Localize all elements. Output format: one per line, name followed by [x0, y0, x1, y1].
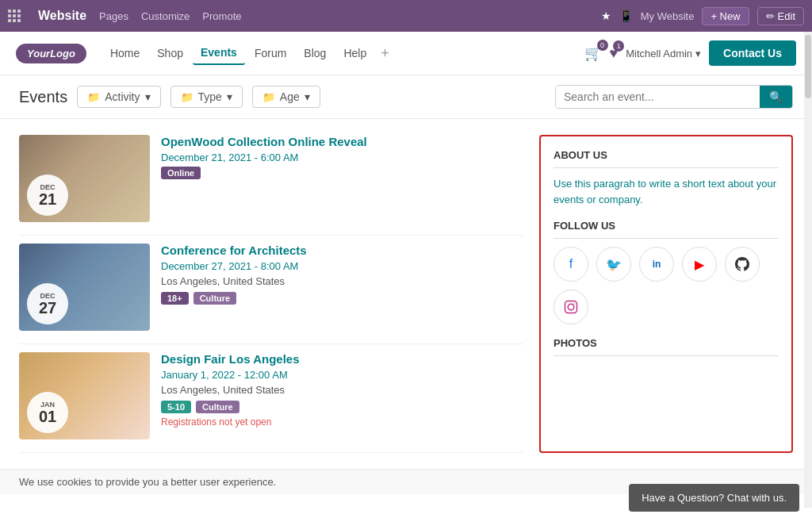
events-header: Events 📁 Activity ▾ 📁 Type ▾ 📁 Age ▾ 🔍: [0, 75, 812, 119]
scrollbar[interactable]: [804, 32, 812, 508]
edit-button[interactable]: ✏ Edit: [757, 7, 804, 25]
event-tags-2: 18+ Culture: [161, 292, 523, 305]
github-icon[interactable]: [725, 247, 760, 282]
svg-point-1: [568, 304, 574, 310]
event-info-1: OpenWood Collection Online Reveal Decemb…: [161, 135, 523, 179]
scroll-thumb[interactable]: [805, 35, 811, 98]
nav-home[interactable]: Home: [102, 42, 147, 64]
nav-help[interactable]: Help: [335, 42, 374, 64]
about-text: Use this paragrah to write a short text …: [553, 176, 779, 207]
event-location-2: Los Angeles, United States: [161, 275, 523, 287]
wish-badge: 1: [613, 40, 624, 52]
event-title-2[interactable]: Conference for Architects: [161, 244, 523, 257]
event-day-2: 27: [39, 300, 56, 316]
cart-icon[interactable]: 🛒 0: [584, 44, 602, 62]
instagram-icon[interactable]: [553, 290, 588, 324]
sidebar-follow: FOLLOW US f 🐦 in ▶: [553, 220, 779, 324]
date-badge-3: JAN 01: [27, 392, 68, 433]
admin-bar: Website Pages Customize Promote ★ 📱 My W…: [0, 0, 812, 32]
search-input[interactable]: [556, 86, 760, 108]
tag-5-10: 5-10: [161, 401, 191, 413]
event-card: DEC 21 OpenWood Collection Online Reveal…: [19, 135, 523, 236]
linkedin-icon[interactable]: in: [639, 247, 674, 282]
nav-shop[interactable]: Shop: [149, 42, 191, 64]
tag-18plus: 18+: [161, 292, 189, 305]
svg-rect-0: [565, 301, 577, 313]
about-title: ABOUT US: [553, 149, 779, 168]
chat-label: Have a Question? Chat with us.: [642, 492, 787, 504]
sidebar-photos: PHOTOS: [553, 337, 779, 356]
search-button[interactable]: 🔍: [760, 86, 792, 108]
admin-bar-left: Website Pages Customize Promote: [8, 9, 242, 23]
main-content: DEC 21 OpenWood Collection Online Reveal…: [0, 119, 812, 469]
event-image-wrapper-1: DEC 21: [19, 135, 150, 222]
photos-title: PHOTOS: [553, 337, 779, 356]
admin-nav-customize[interactable]: Customize: [141, 10, 190, 22]
nav-forum[interactable]: Forum: [247, 42, 294, 64]
filter-activity-label: Activity: [105, 90, 140, 103]
admin-nav-pages[interactable]: Pages: [99, 10, 128, 22]
filter-age-icon: 📁: [262, 91, 275, 103]
chat-widget[interactable]: Have a Question? Chat with us.: [629, 484, 799, 512]
event-date-1: December 21, 2021 - 6:00 AM: [161, 152, 523, 163]
tag-online: Online: [161, 167, 201, 179]
pencil-icon: ✏: [766, 10, 775, 22]
new-button[interactable]: + New: [702, 7, 749, 25]
about-highlight: company.: [599, 194, 642, 205]
registration-status: Registrations not yet open: [161, 416, 523, 428]
site-name: Website: [38, 9, 86, 23]
search-box: 🔍: [555, 85, 793, 109]
chevron-down-icon: ▾: [695, 48, 701, 59]
wishlist-icon[interactable]: ♥ 1: [610, 45, 619, 62]
filter-type[interactable]: 📁 Type ▾: [170, 86, 243, 108]
follow-title: FOLLOW US: [553, 220, 779, 239]
social-icons: f 🐦 in ▶: [553, 247, 779, 324]
event-image-wrapper-3: JAN 01: [19, 352, 150, 439]
event-tags-1: Online: [161, 167, 523, 179]
tag-culture-2: Culture: [193, 292, 237, 305]
chevron-activity-icon: ▾: [145, 90, 151, 103]
event-date-3: January 1, 2022 - 12:00 AM: [161, 369, 523, 381]
admin-nav-promote[interactable]: Promote: [202, 10, 241, 22]
chevron-age-icon: ▾: [304, 90, 310, 103]
my-website-label[interactable]: My Website: [641, 10, 695, 22]
filter-age-label: Age: [280, 90, 300, 103]
events-list: DEC 21 OpenWood Collection Online Reveal…: [19, 135, 523, 453]
event-title-3[interactable]: Design Fair Los Angeles: [161, 352, 523, 366]
grid-icon[interactable]: [8, 10, 21, 22]
event-info-3: Design Fair Los Angeles January 1, 2022 …: [161, 352, 523, 428]
add-nav-icon[interactable]: +: [376, 45, 394, 62]
event-date-2: December 27, 2021 - 8:00 AM: [161, 260, 523, 272]
page-title: Events: [19, 88, 67, 106]
filter-activity[interactable]: 📁 Activity ▾: [77, 86, 160, 108]
nav-links: Home Shop Events Forum Blog Help +: [102, 41, 584, 65]
twitter-icon[interactable]: 🐦: [596, 247, 631, 282]
nav-blog[interactable]: Blog: [296, 42, 334, 64]
filter-type-icon: 📁: [181, 91, 193, 103]
contact-button[interactable]: Contact Us: [709, 40, 796, 66]
user-menu[interactable]: Mitchell Admin ▾: [626, 48, 701, 59]
event-location-3: Los Angeles, United States: [161, 384, 523, 396]
cookie-text: We use cookies to provide you a better u…: [19, 476, 276, 488]
website-nav: YourLogo Home Shop Events Forum Blog Hel…: [0, 32, 812, 75]
svg-point-2: [573, 303, 575, 305]
sidebar-about: ABOUT US Use this paragrah to write a sh…: [553, 149, 779, 207]
username-label: Mitchell Admin: [626, 48, 692, 59]
chevron-type-icon: ▾: [227, 90, 232, 103]
filter-age[interactable]: 📁 Age ▾: [252, 86, 320, 108]
youtube-icon[interactable]: ▶: [682, 247, 717, 282]
facebook-icon[interactable]: f: [553, 247, 588, 282]
date-badge-2: DEC 27: [27, 283, 68, 324]
mobile-icon[interactable]: 📱: [619, 10, 633, 22]
event-title-1[interactable]: OpenWood Collection Online Reveal: [161, 135, 523, 148]
admin-bar-right: ★ 📱 My Website + New ✏ Edit: [601, 7, 804, 25]
sidebar: ABOUT US Use this paragrah to write a sh…: [539, 135, 793, 453]
logo[interactable]: YourLogo: [16, 44, 86, 63]
nav-events[interactable]: Events: [193, 41, 245, 65]
cart-badge: 0: [597, 40, 608, 51]
star-icon[interactable]: ★: [601, 10, 611, 22]
filter-type-label: Type: [198, 90, 222, 103]
event-day-1: 21: [39, 191, 56, 207]
event-card: JAN 01 Design Fair Los Angeles January 1…: [19, 352, 523, 453]
tag-culture-3: Culture: [196, 401, 239, 413]
